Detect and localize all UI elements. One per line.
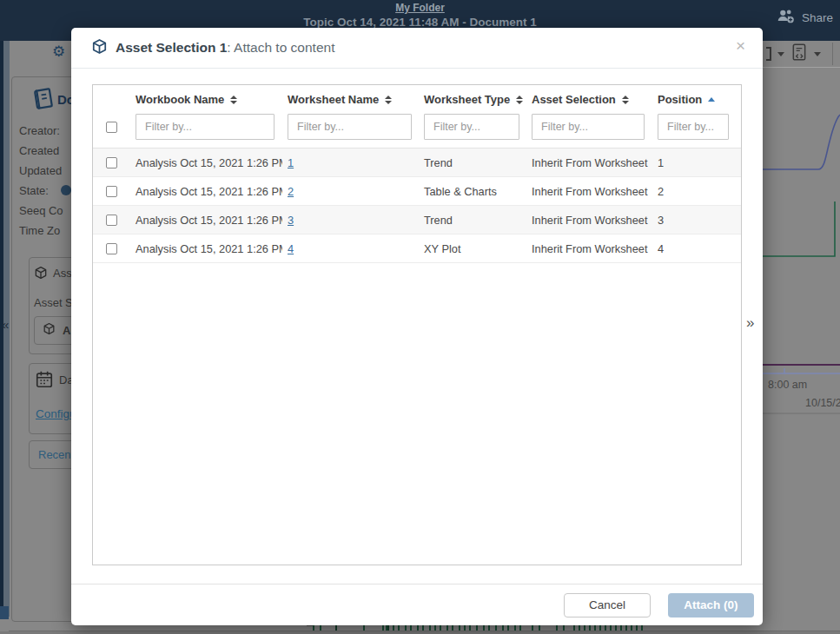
workbook-name-cell: Analysis Oct 15, 2021 1:26 PM xyxy=(130,214,282,227)
my-folder-link[interactable]: My Folder xyxy=(0,2,840,14)
seeq-content-label: Seeq Co xyxy=(19,204,63,217)
collapse-sidebar-chevron[interactable]: « xyxy=(2,317,9,332)
table-row[interactable]: Analysis Oct 15, 2021 1:26 PM 3 Trend In… xyxy=(93,206,741,234)
chevron-down-icon[interactable] xyxy=(814,52,821,56)
worksheet-link[interactable]: 1 xyxy=(288,156,294,169)
column-label: Worksheet Type xyxy=(424,93,510,106)
creator-label: Creator: xyxy=(19,124,60,137)
row-checkbox[interactable] xyxy=(106,243,117,254)
share-button[interactable]: Share xyxy=(776,8,833,27)
modal-title-rest: : Attach to content xyxy=(227,40,334,55)
right-toolbar xyxy=(763,41,840,68)
state-status-icon xyxy=(61,185,71,195)
column-header-asset-selection[interactable]: Asset Selection xyxy=(526,93,652,106)
column-header-worksheet-type[interactable]: Worksheet Type xyxy=(419,93,526,106)
filter-asset-selection-input[interactable] xyxy=(532,114,645,140)
partial-toolbar-icon[interactable] xyxy=(766,47,771,61)
modal-title: Asset Selection 1: Attach to content xyxy=(116,40,334,56)
axis-date-label: 10/15/20 xyxy=(805,397,840,409)
position-cell: 4 xyxy=(652,242,741,255)
asset-panel-title: Ass xyxy=(53,267,72,280)
gear-icon[interactable]: ⚙ xyxy=(52,43,65,61)
worksheet-link[interactable]: 3 xyxy=(288,214,294,227)
cube-icon xyxy=(34,266,48,283)
column-label: Asset Selection xyxy=(532,93,616,106)
filter-position-input[interactable] xyxy=(658,114,729,140)
sort-icon xyxy=(622,96,629,104)
cube-icon xyxy=(91,38,108,58)
select-all-checkbox[interactable] xyxy=(106,122,117,133)
row-checkbox[interactable] xyxy=(106,186,117,197)
configure-link[interactable]: Configu xyxy=(36,407,76,420)
workbook-name-cell: Analysis Oct 15, 2021 1:26 PM xyxy=(130,185,282,198)
worksheets-table: Workbook Name Worksheet Name Worksheet T… xyxy=(92,84,742,565)
table-row[interactable]: Analysis Oct 15, 2021 1:26 PM 4 XY Plot … xyxy=(93,234,741,263)
workbook-name-cell: Analysis Oct 15, 2021 1:26 PM xyxy=(130,242,282,255)
asset-selection-cell: Inherit From Worksheet xyxy=(526,214,652,227)
document-code-icon[interactable] xyxy=(790,43,808,66)
table-row[interactable]: Analysis Oct 15, 2021 1:26 PM 1 Trend In… xyxy=(93,149,741,177)
asset-selection-cell: Inherit From Worksheet xyxy=(526,156,652,169)
state-label: State: xyxy=(19,184,49,197)
share-user-plus-icon xyxy=(776,8,797,27)
column-header-worksheet-name[interactable]: Worksheet Name xyxy=(282,93,419,106)
position-cell: 3 xyxy=(652,214,741,227)
worksheet-type-cell: Trend xyxy=(419,156,526,169)
worksheet-type-cell: XY Plot xyxy=(419,242,526,255)
asset-selection-cell: Inherit From Worksheet xyxy=(526,185,652,198)
column-label: Worksheet Name xyxy=(288,93,379,106)
column-label: Position xyxy=(658,93,702,106)
sort-asc-icon xyxy=(708,97,715,102)
cancel-button[interactable]: Cancel xyxy=(564,593,651,617)
table-header-row: Workbook Name Worksheet Name Worksheet T… xyxy=(93,85,741,114)
asset-selection-cell: Inherit From Worksheet xyxy=(526,242,652,255)
modal-footer: Cancel Attach (0) xyxy=(71,584,763,625)
created-label: Created xyxy=(19,144,59,157)
share-label: Share xyxy=(802,11,833,24)
column-header-position[interactable]: Position xyxy=(652,93,741,106)
worksheet-link[interactable]: 2 xyxy=(288,185,294,198)
row-checkbox[interactable] xyxy=(106,215,117,226)
toolbar-divider xyxy=(832,43,833,65)
topic-document-title: Topic Oct 14, 2021 11:48 AM - Document 1 xyxy=(0,16,840,29)
worksheet-type-cell: Table & Charts xyxy=(419,185,526,198)
background-trend-chart xyxy=(763,68,840,634)
attach-to-content-modal: Asset Selection 1: Attach to content × W… xyxy=(71,28,763,625)
cube-icon xyxy=(43,322,56,339)
sort-icon xyxy=(385,96,392,104)
modal-header: Asset Selection 1: Attach to content xyxy=(71,28,763,69)
table-body: Analysis Oct 15, 2021 1:26 PM 1 Trend In… xyxy=(93,148,741,263)
calendar-icon xyxy=(35,370,54,393)
filter-workbook-input[interactable] xyxy=(136,114,274,140)
row-checkbox[interactable] xyxy=(106,157,117,168)
sort-icon xyxy=(516,96,523,104)
table-filter-row xyxy=(93,114,741,148)
worksheet-link[interactable]: 4 xyxy=(288,242,294,255)
journal-icon xyxy=(32,87,56,114)
column-header-workbook-name[interactable]: Workbook Name xyxy=(130,93,282,106)
left-strip-footer-block xyxy=(0,606,9,619)
axis-time-label: 8:00 am xyxy=(768,379,807,391)
chevron-down-icon[interactable] xyxy=(777,52,784,56)
worksheet-type-cell: Trend xyxy=(419,214,526,227)
table-row[interactable]: Analysis Oct 15, 2021 1:26 PM 2 Table & … xyxy=(93,177,741,206)
position-cell: 1 xyxy=(652,156,741,169)
workbook-name-cell: Analysis Oct 15, 2021 1:26 PM xyxy=(130,156,282,169)
column-label: Workbook Name xyxy=(136,93,224,106)
position-cell: 2 xyxy=(652,185,741,198)
filter-worksheet-type-input[interactable] xyxy=(424,114,519,140)
time-zone-label: Time Zo xyxy=(19,224,60,237)
sort-icon xyxy=(230,96,237,104)
expand-panel-chevron[interactable]: » xyxy=(746,314,754,332)
modal-title-bold: Asset Selection 1 xyxy=(116,40,227,55)
filter-worksheet-name-input[interactable] xyxy=(288,114,412,140)
attach-button[interactable]: Attach (0) xyxy=(668,593,754,617)
close-icon[interactable]: × xyxy=(736,37,745,54)
updated-label: Updated xyxy=(19,164,62,177)
